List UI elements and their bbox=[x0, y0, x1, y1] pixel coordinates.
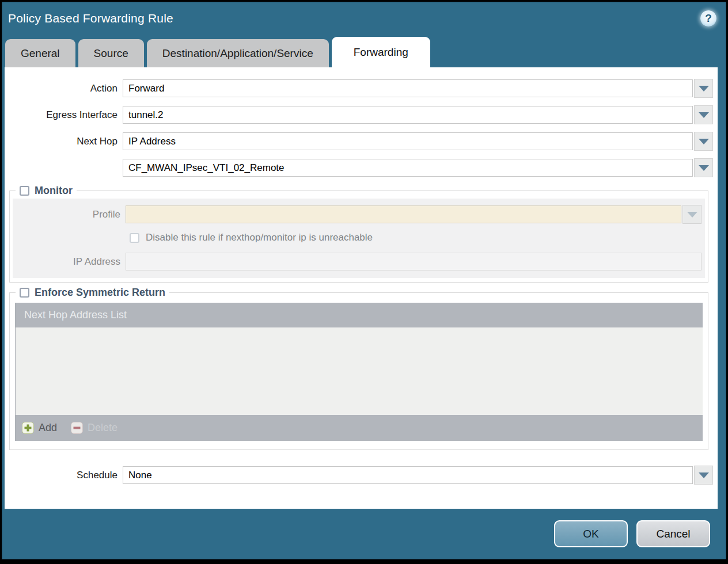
chevron-down-icon bbox=[699, 139, 709, 144]
next-hop-address-list-body bbox=[16, 327, 703, 415]
next-hop-address-row: CF_MWAN_IPsec_VTI_02_Remote bbox=[5, 158, 713, 177]
chevron-down-icon bbox=[699, 472, 709, 478]
action-label: Action bbox=[5, 83, 123, 94]
delete-button[interactable]: Delete bbox=[71, 422, 117, 434]
minus-icon bbox=[71, 422, 83, 434]
next-hop-row: Next Hop IP Address bbox=[5, 132, 713, 151]
disable-rule-row: Disable this rule if nexthop/monitor ip … bbox=[130, 232, 702, 243]
enforce-symmetric-return-checkbox[interactable] bbox=[20, 288, 29, 298]
chevron-down-icon bbox=[699, 165, 709, 171]
add-button-label: Add bbox=[39, 422, 57, 434]
profile-combobox[interactable] bbox=[126, 205, 681, 223]
schedule-row: Schedule None bbox=[5, 466, 713, 485]
enforce-symmetric-return-legend: Enforce Symmetric Return bbox=[16, 287, 169, 299]
next-hop-type-combobox[interactable]: IP Address bbox=[123, 132, 693, 150]
monitor-legend-label: Monitor bbox=[35, 185, 73, 197]
plus-icon bbox=[22, 422, 34, 434]
delete-button-label: Delete bbox=[88, 422, 117, 434]
monitor-ip-address-row: IP Address bbox=[16, 253, 702, 270]
dialog-titlebar: Policy Based Forwarding Rule ? bbox=[2, 2, 726, 35]
chevron-down-icon bbox=[687, 212, 697, 218]
monitor-checkbox[interactable] bbox=[20, 186, 29, 196]
next-hop-type-dropdown-trigger[interactable] bbox=[694, 132, 713, 151]
enforce-symmetric-return-fieldset: Enforce Symmetric Return Next Hop Addres… bbox=[9, 287, 708, 450]
forwarding-tab-panel: Action Forward Egress Interface tunnel.2… bbox=[5, 67, 718, 509]
monitor-ip-address-input[interactable] bbox=[126, 253, 702, 270]
next-hop-address-combobox[interactable]: CF_MWAN_IPsec_VTI_02_Remote bbox=[123, 159, 693, 177]
profile-row: Profile bbox=[16, 205, 702, 224]
next-hop-label: Next Hop bbox=[5, 136, 123, 147]
tab-destination-application-service[interactable]: Destination/Application/Service bbox=[147, 39, 329, 67]
monitor-legend: Monitor bbox=[16, 185, 77, 197]
egress-interface-label: Egress Interface bbox=[5, 109, 123, 121]
tab-source[interactable]: Source bbox=[78, 39, 144, 67]
next-hop-address-list-toolbar: Add Delete bbox=[16, 415, 703, 441]
egress-interface-row: Egress Interface tunnel.2 bbox=[5, 105, 713, 124]
next-hop-address-list-table: Next Hop Address List Add bbox=[15, 303, 703, 441]
next-hop-address-dropdown-trigger[interactable] bbox=[694, 158, 713, 177]
monitor-panel: Profile Disable this rule if nexthop/mon… bbox=[13, 199, 705, 278]
ok-button[interactable]: OK bbox=[554, 520, 628, 547]
chevron-down-icon bbox=[699, 86, 709, 92]
disable-rule-checkbox[interactable] bbox=[130, 233, 139, 243]
profile-dropdown-trigger[interactable] bbox=[682, 205, 702, 224]
dialog-title: Policy Based Forwarding Rule bbox=[8, 12, 700, 25]
tab-general[interactable]: General bbox=[5, 39, 75, 67]
egress-interface-dropdown-trigger[interactable] bbox=[694, 105, 713, 124]
action-combobox[interactable]: Forward bbox=[123, 79, 693, 97]
profile-label: Profile bbox=[16, 209, 126, 220]
add-button[interactable]: Add bbox=[22, 422, 57, 434]
schedule-dropdown-trigger[interactable] bbox=[694, 466, 713, 485]
tab-forwarding[interactable]: Forwarding bbox=[332, 37, 430, 67]
enforce-symmetric-return-legend-label: Enforce Symmetric Return bbox=[35, 287, 165, 299]
monitor-ip-address-label: IP Address bbox=[16, 256, 126, 268]
egress-interface-combobox[interactable]: tunnel.2 bbox=[123, 106, 693, 124]
next-hop-address-list-header: Next Hop Address List bbox=[16, 303, 703, 327]
action-row: Action Forward bbox=[5, 79, 713, 98]
schedule-combobox[interactable]: None bbox=[123, 466, 693, 484]
help-icon[interactable]: ? bbox=[700, 10, 716, 26]
dialog-footer: OK Cancel bbox=[2, 509, 726, 559]
tab-bar: General Source Destination/Application/S… bbox=[2, 35, 726, 67]
chevron-down-icon bbox=[699, 112, 709, 118]
schedule-label: Schedule bbox=[5, 470, 123, 481]
monitor-fieldset: Monitor Profile Disable this rule if nex… bbox=[9, 185, 708, 283]
action-dropdown-trigger[interactable] bbox=[694, 79, 713, 98]
policy-based-forwarding-dialog: Policy Based Forwarding Rule ? General S… bbox=[2, 2, 726, 559]
disable-rule-label: Disable this rule if nexthop/monitor ip … bbox=[146, 232, 373, 243]
cancel-button[interactable]: Cancel bbox=[636, 520, 710, 547]
